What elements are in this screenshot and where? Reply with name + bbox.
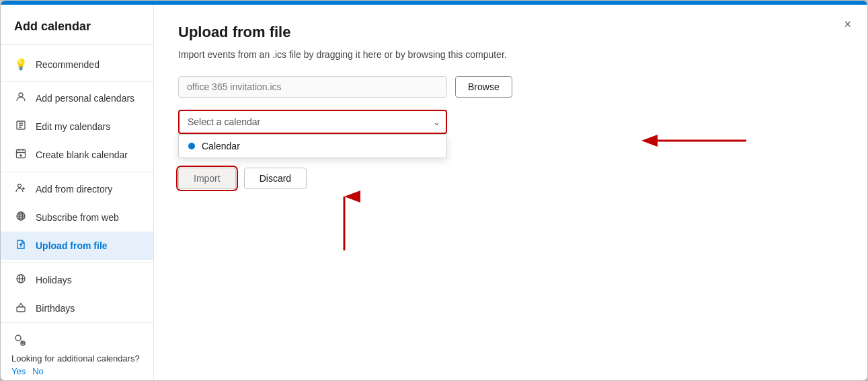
sidebar-item-edit-my[interactable]: Edit my calendars bbox=[1, 112, 153, 141]
footer-yes-link[interactable]: Yes bbox=[11, 366, 26, 376]
sidebar-divider bbox=[1, 81, 153, 81]
directory-icon bbox=[14, 182, 28, 196]
birthday-icon bbox=[14, 302, 28, 315]
sidebar-item-create-blank[interactable]: Create blank calendar bbox=[1, 141, 153, 169]
sidebar-item-birthdays[interactable]: Birthdays bbox=[1, 294, 153, 322]
add-person-icon bbox=[14, 92, 28, 105]
svg-point-9 bbox=[15, 335, 21, 341]
discard-button[interactable]: Discard bbox=[244, 168, 307, 189]
dropdown-list: Calendar bbox=[178, 134, 447, 158]
sidebar-item-holidays[interactable]: Holidays bbox=[1, 266, 153, 294]
sidebar: Add calendar 💡 Recommended Add personal … bbox=[1, 5, 154, 380]
edit-icon bbox=[14, 120, 28, 133]
action-row: Import Discard bbox=[178, 168, 843, 189]
footer-links: Yes No bbox=[11, 366, 143, 376]
svg-point-0 bbox=[19, 93, 23, 97]
file-input-row: Browse bbox=[178, 76, 843, 98]
search-people-icon bbox=[11, 331, 143, 351]
dropdown-item-calendar[interactable]: Calendar bbox=[179, 135, 446, 158]
lightbulb-icon: 💡 bbox=[14, 58, 28, 71]
sidebar-divider-2 bbox=[1, 172, 153, 172]
sidebar-divider-3 bbox=[1, 263, 153, 263]
svg-rect-8 bbox=[17, 307, 25, 312]
sidebar-item-add-personal[interactable]: Add personal calendars bbox=[1, 84, 153, 112]
sidebar-item-recommended[interactable]: 💡 Recommended bbox=[1, 50, 153, 78]
dropdown-item-label: Calendar bbox=[202, 141, 240, 151]
file-path-input[interactable] bbox=[178, 76, 447, 98]
main-title: Upload from file bbox=[178, 24, 843, 41]
calendar-add-icon bbox=[14, 148, 28, 162]
footer-no-link[interactable]: No bbox=[32, 366, 44, 376]
annotation-arrow-up bbox=[331, 190, 358, 257]
action-buttons: Import Discard bbox=[178, 168, 843, 189]
sidebar-item-add-directory[interactable]: Add from directory bbox=[1, 175, 153, 203]
sidebar-footer: Looking for additional calendars? Yes No bbox=[1, 322, 153, 380]
svg-point-3 bbox=[18, 184, 22, 188]
annotation-arrow-right bbox=[639, 130, 760, 151]
file-upload-icon bbox=[14, 239, 28, 252]
sidebar-item-subscribe-web[interactable]: Subscribe from web bbox=[1, 203, 153, 232]
main-description: Import events from an .ics file by dragg… bbox=[178, 49, 843, 60]
add-calendar-dialog: Add calendar 💡 Recommended Add personal … bbox=[0, 0, 868, 381]
dialog-body: Add calendar 💡 Recommended Add personal … bbox=[1, 5, 867, 380]
globe2-icon bbox=[14, 273, 28, 287]
browse-button[interactable]: Browse bbox=[455, 76, 512, 98]
calendar-select[interactable]: Select a calendar Calendar bbox=[178, 110, 447, 134]
footer-text: Looking for additional calendars? bbox=[11, 353, 143, 363]
globe-icon bbox=[14, 211, 28, 224]
sidebar-nav: 💡 Recommended Add personal calendars bbox=[1, 45, 153, 322]
close-button[interactable]: × bbox=[841, 15, 854, 33]
calendar-color-dot bbox=[188, 143, 195, 149]
calendar-dropdown-container: Select a calendar Calendar ⌄ Calendar bbox=[178, 110, 447, 134]
main-content: × Upload from file Import events from an… bbox=[154, 5, 867, 380]
sidebar-title: Add calendar bbox=[1, 5, 153, 45]
import-button[interactable]: Import bbox=[178, 168, 236, 189]
sidebar-item-upload-file[interactable]: Upload from file bbox=[1, 232, 153, 260]
